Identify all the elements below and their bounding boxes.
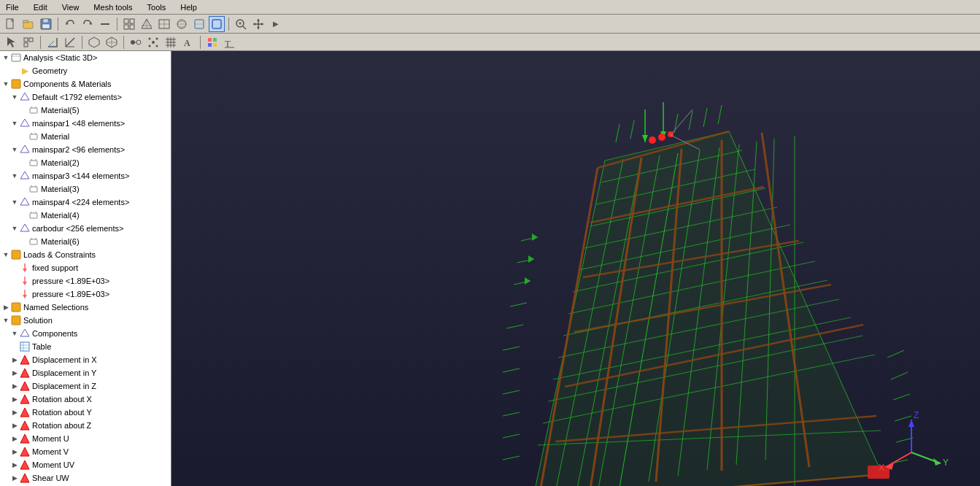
mesh-btn-3[interactable] [156, 16, 172, 32]
tree-item-disp-z[interactable]: ▶ Displacement in Z [0, 379, 171, 393]
tree-item-pressure1[interactable]: pressure <1.89E+03> [0, 274, 171, 288]
tree-item-shear-uw[interactable]: ▶ Shear UW [0, 471, 171, 485]
expand-analysis[interactable]: ▼ [1, 53, 10, 62]
expand-sol-comp[interactable]: ▼ [10, 329, 19, 338]
expand-shear-uw[interactable]: ▶ [10, 474, 19, 482]
zoom-button[interactable] [233, 16, 249, 32]
grid-btn[interactable] [163, 34, 179, 50]
mesh-btn-6[interactable] [209, 16, 225, 32]
tree-item-solution[interactable]: ▼ Solution [0, 314, 171, 327]
expand-default[interactable]: ▼ [10, 93, 19, 101]
menu-file[interactable]: File [3, 1, 22, 13]
tree-item-moment-v[interactable]: ▶ Moment V [0, 445, 171, 458]
save-button[interactable] [38, 16, 54, 32]
tree-item-rot-z[interactable]: ▶ Rotation about Z [0, 419, 171, 432]
expand-loads[interactable]: ▼ [1, 250, 10, 259]
menu-view[interactable]: View [59, 1, 82, 13]
view3d-btn[interactable] [86, 34, 102, 50]
tree-item-mat5[interactable]: Material(5) [0, 104, 171, 117]
expand-pressure2[interactable] [10, 290, 19, 298]
tree-item-named-selections[interactable]: ▶ Named Selections [0, 301, 171, 314]
expand-mat3[interactable] [19, 185, 28, 193]
mesh-btn-5[interactable] [191, 16, 207, 32]
tree-item-mainspar2[interactable]: ▼ mainspar2 <96 elements> [0, 143, 171, 156]
expand-rot-z[interactable]: ▶ [10, 421, 19, 430]
tree-item-default[interactable]: ▼ Default <1792 elements> [0, 90, 171, 104]
tree-item-moment-u[interactable]: ▶ Moment U [0, 432, 171, 445]
expand-table[interactable] [10, 342, 19, 351]
tree-item-mat4[interactable]: Material(4) [0, 209, 171, 222]
expand-disp-y[interactable]: ▶ [10, 369, 19, 377]
expand-mat4[interactable] [19, 211, 28, 220]
point-select[interactable] [20, 34, 36, 50]
tree-item-moment-uv[interactable]: ▶ Moment UV [0, 458, 171, 471]
expand-disp-x[interactable]: ▶ [10, 355, 19, 364]
expand-disp-z[interactable]: ▶ [10, 382, 19, 390]
tree-item-sol-components[interactable]: ▼ Components [0, 327, 171, 340]
menu-edit[interactable]: Edit [31, 1, 50, 13]
expand-moment-v[interactable]: ▶ [10, 447, 19, 456]
label-btn[interactable]: A [180, 34, 196, 50]
expand-mainspar3[interactable]: ▼ [10, 171, 19, 180]
expand-carbodur[interactable]: ▼ [10, 224, 19, 233]
line-button[interactable] [97, 16, 113, 32]
text-btn[interactable]: T [222, 34, 238, 50]
tree-item-analysis[interactable]: ▼ Analysis <Static 3D> [0, 51, 171, 64]
expand-mainspar4[interactable]: ▼ [10, 198, 19, 207]
tree-item-mat1[interactable]: Material [0, 130, 171, 143]
tree-item-disp-y[interactable]: ▶ Displacement in Y [0, 366, 171, 379]
expand-fixed[interactable] [10, 263, 19, 272]
angle-btn[interactable] [45, 34, 61, 50]
expand-rot-x[interactable]: ▶ [10, 395, 19, 404]
select-btn[interactable] [3, 34, 19, 50]
node-btn[interactable] [128, 34, 144, 50]
tree-item-rot-y[interactable]: ▶ Rotation about Y [0, 406, 171, 419]
tree-item-fixed[interactable]: fixed support [0, 261, 171, 274]
tree-item-mat3[interactable]: Material(3) [0, 182, 171, 196]
mesh-btn-4[interactable] [174, 16, 190, 32]
undo-button[interactable] [62, 16, 78, 32]
expand-mainspar1[interactable]: ▼ [10, 119, 19, 128]
expand-mat5[interactable] [19, 106, 28, 115]
dot-btn[interactable] [145, 34, 161, 50]
viewport[interactable]: Z Y X [171, 51, 980, 486]
menu-help[interactable]: Help [177, 1, 200, 13]
expand-moment-uv[interactable]: ▶ [10, 460, 19, 469]
tree-item-table[interactable]: Table [0, 340, 171, 353]
expand-mat1[interactable] [19, 132, 28, 141]
expand-pressure1[interactable] [10, 277, 19, 285]
tree-item-loads[interactable]: ▼ Loads & Constraints [0, 248, 171, 261]
measure-btn[interactable] [62, 34, 78, 50]
tree-item-disp-x[interactable]: ▶ Displacement in X [0, 353, 171, 366]
more-button[interactable]: ▶ [268, 16, 284, 32]
expand-mat2[interactable] [19, 158, 28, 167]
tree-item-mainspar4[interactable]: ▼ mainspar4 <224 elements> [0, 196, 171, 209]
mesh-btn-2[interactable] [139, 16, 155, 32]
expand-components[interactable]: ▼ [1, 80, 10, 88]
redo-button[interactable] [80, 16, 96, 32]
mesh-btn-1[interactable] [121, 16, 137, 32]
tree-item-rot-x[interactable]: ▶ Rotation about X [0, 393, 171, 406]
tree-item-mainspar3[interactable]: ▼ mainspar3 <144 elements> [0, 169, 171, 182]
expand-moment-u[interactable]: ▶ [10, 434, 19, 443]
tree-item-components[interactable]: ▼ Components & Materials [0, 77, 171, 90]
open-button[interactable] [20, 16, 36, 32]
menu-tools[interactable]: Tools [144, 1, 169, 13]
pan-button[interactable] [250, 16, 266, 32]
expand-rot-y[interactable]: ▶ [10, 408, 19, 417]
tree-item-geometry[interactable]: ▶ Geometry [0, 64, 171, 77]
expand-mainspar2[interactable]: ▼ [10, 145, 19, 154]
color-btn[interactable] [204, 34, 220, 50]
menu-mesh-tools[interactable]: Mesh tools [90, 1, 135, 13]
tree-item-mainspar1[interactable]: ▼ mainspar1 <48 elements> [0, 117, 171, 130]
tree-item-mat2[interactable]: Material(2) [0, 156, 171, 169]
expand-geometry[interactable] [10, 66, 19, 75]
expand-solution[interactable]: ▼ [1, 316, 10, 325]
expand-named[interactable]: ▶ [1, 303, 10, 312]
expand-mat6[interactable] [19, 237, 28, 246]
new-button[interactable] [3, 16, 19, 32]
wireframe-btn[interactable] [104, 34, 120, 50]
tree-item-pressure2[interactable]: pressure <1.89E+03> [0, 288, 171, 301]
tree-item-mat6[interactable]: Material(6) [0, 235, 171, 248]
tree-item-carbodur[interactable]: ▼ carbodur <256 elements> [0, 222, 171, 235]
